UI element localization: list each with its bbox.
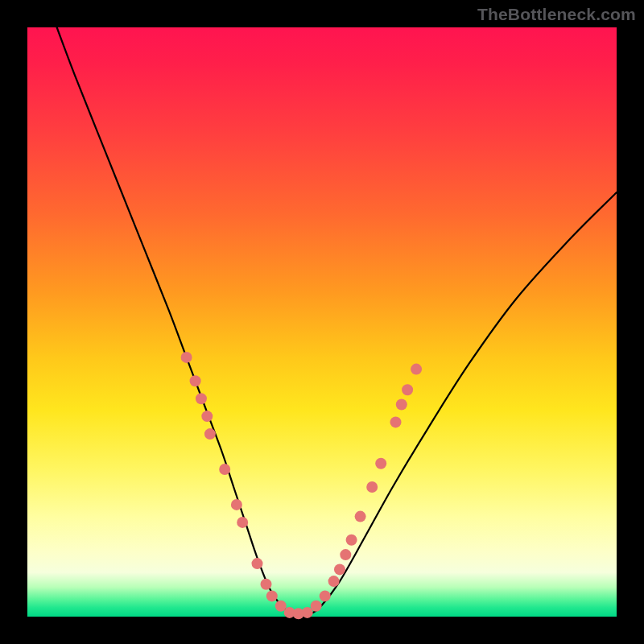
data-dot xyxy=(411,364,422,375)
curve-layer xyxy=(27,27,617,617)
data-dot xyxy=(181,352,192,363)
watermark-text: TheBottleneck.com xyxy=(477,5,636,24)
data-dot xyxy=(261,579,272,590)
data-dot xyxy=(201,411,213,422)
data-dot xyxy=(366,481,378,493)
data-dot xyxy=(402,384,413,395)
data-dot xyxy=(219,464,230,475)
data-dot xyxy=(190,375,201,386)
data-dot xyxy=(396,399,407,411)
data-dot xyxy=(311,601,322,612)
data-dot xyxy=(334,564,345,575)
data-dot xyxy=(375,458,386,469)
plot-area xyxy=(27,27,617,617)
data-dots xyxy=(181,352,422,619)
data-dot xyxy=(196,393,207,404)
data-dot xyxy=(266,590,278,601)
data-dot xyxy=(237,517,248,528)
data-dot xyxy=(204,428,216,440)
bottleneck-curve xyxy=(57,27,617,615)
data-dot xyxy=(328,576,340,587)
data-dot xyxy=(390,416,402,427)
data-dot xyxy=(231,499,242,510)
data-dot xyxy=(320,590,331,601)
chart-frame: TheBottleneck.com xyxy=(0,0,644,644)
data-dot xyxy=(355,511,366,522)
data-dot xyxy=(340,549,351,560)
data-dot xyxy=(346,535,357,546)
data-dot xyxy=(252,558,263,569)
